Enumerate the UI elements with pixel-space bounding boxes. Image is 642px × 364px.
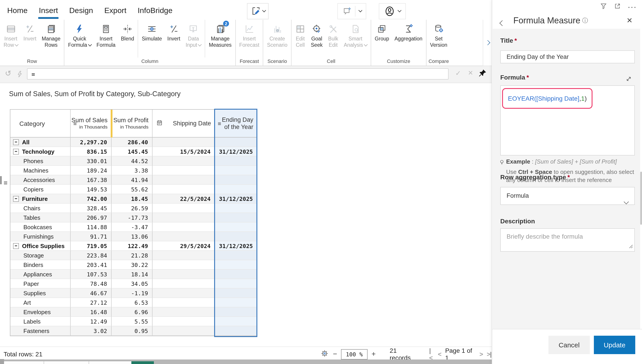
cell-ending-day[interactable]: 31/12/2025 bbox=[215, 241, 257, 251]
row-handle-icon[interactable]: ≡ bbox=[4, 179, 8, 186]
table-row-category[interactable]: Furniture bbox=[10, 194, 71, 204]
cell-profit[interactable]: 55.62 bbox=[112, 185, 152, 194]
cell-profit[interactable]: 18.45 bbox=[112, 194, 152, 204]
cell-shipping-date[interactable] bbox=[152, 260, 215, 270]
cell-shipping-date[interactable]: 15/5/2024 bbox=[152, 147, 215, 156]
table-row-category[interactable]: Supplies bbox=[10, 288, 71, 298]
cell-shipping-date[interactable] bbox=[152, 326, 215, 336]
table-row-category[interactable]: Paper bbox=[10, 279, 71, 288]
cell-profit[interactable]: 13.06 bbox=[112, 232, 152, 241]
resize-handle-icon[interactable] bbox=[628, 243, 633, 250]
description-textarea[interactable]: Briefly describe the formula bbox=[500, 228, 635, 252]
undo-icon[interactable]: ↺ bbox=[5, 69, 12, 78]
cell-shipping-date[interactable] bbox=[152, 270, 215, 279]
panel-scrollbar-thumb[interactable] bbox=[640, 172, 642, 225]
last-page-button[interactable]: >| bbox=[487, 350, 492, 358]
cell-sales[interactable]: 742.00 bbox=[71, 194, 112, 204]
cell-profit[interactable]: 41.94 bbox=[112, 175, 152, 185]
table-row-category[interactable]: Art bbox=[10, 298, 71, 308]
cell-sales[interactable]: 719.05 bbox=[71, 241, 112, 251]
cell-profit[interactable]: -1.19 bbox=[112, 288, 152, 298]
table-row-category[interactable]: Accessories bbox=[10, 175, 71, 185]
previous-page-button[interactable]: < bbox=[438, 350, 441, 358]
cell-sales[interactable]: 206.97 bbox=[71, 213, 112, 222]
table-row-category[interactable]: Technology bbox=[10, 147, 71, 156]
tab-infobridge[interactable]: InfoBridge bbox=[137, 2, 173, 18]
collapse-toggle[interactable] bbox=[13, 196, 19, 202]
cell-sales[interactable]: 107.53 bbox=[71, 270, 112, 279]
cell-sales[interactable]: 46.67 bbox=[71, 288, 112, 298]
table-row-category[interactable]: Fasteners bbox=[10, 326, 71, 336]
cell-sales[interactable]: 836.15 bbox=[71, 147, 112, 156]
cell-profit[interactable]: 145.45 bbox=[112, 147, 152, 156]
cell-shipping-date[interactable] bbox=[152, 288, 215, 298]
cell-profit[interactable]: 6.96 bbox=[112, 308, 152, 317]
cell-profit[interactable]: 26.59 bbox=[112, 204, 152, 213]
cell-sales[interactable]: 2,297.20 bbox=[71, 138, 112, 147]
ribbon-button-manage-measures[interactable]: 2ManageMeasures bbox=[206, 20, 234, 48]
cell-profit[interactable]: 3.38 bbox=[112, 166, 152, 175]
table-row-category[interactable]: Tables bbox=[10, 213, 71, 222]
ribbon-button-quick-formula[interactable]: QuickFormula bbox=[66, 20, 94, 48]
cell-ending-day[interactable] bbox=[215, 326, 257, 336]
cell-profit[interactable]: 21.28 bbox=[112, 251, 152, 260]
add-comment-button[interactable] bbox=[337, 3, 366, 19]
cell-profit[interactable]: 5.55 bbox=[112, 317, 152, 326]
column-header-sum-of-sales[interactable]: ≡ Sum of Sales in Thousands bbox=[71, 110, 112, 138]
cell-ending-day[interactable]: 31/12/2025 bbox=[215, 147, 257, 156]
cell-profit[interactable]: 6.53 bbox=[112, 298, 152, 308]
ribbon-button-manage-rows[interactable]: ManageRows bbox=[39, 20, 63, 48]
table-row-category[interactable]: Machines bbox=[10, 166, 71, 175]
cell-ending-day[interactable] bbox=[215, 175, 257, 185]
ribbon-button-group[interactable]: Group bbox=[372, 20, 392, 42]
formula-editor[interactable]: EOYEAR([Shipping Date],1) bbox=[500, 86, 635, 156]
table-row-category[interactable]: All bbox=[10, 138, 71, 147]
aggregation-select[interactable]: Formula bbox=[500, 187, 635, 205]
column-header-shipping-date[interactable]: Shipping Date bbox=[152, 110, 215, 138]
table-row-category[interactable]: Binders bbox=[10, 260, 71, 270]
cell-shipping-date[interactable] bbox=[152, 166, 215, 175]
cell-profit[interactable]: -3.47 bbox=[112, 222, 152, 232]
cell-profit[interactable]: 30.22 bbox=[112, 260, 152, 270]
collapse-toggle[interactable] bbox=[13, 243, 19, 249]
cell-profit[interactable]: 34.05 bbox=[112, 279, 152, 288]
ribbon-button-blend[interactable]: Blend bbox=[118, 20, 137, 42]
cell-ending-day[interactable] bbox=[215, 298, 257, 308]
ribbon-button-aggregation[interactable]: Aggregation bbox=[392, 20, 425, 42]
cell-shipping-date[interactable] bbox=[152, 156, 215, 166]
cell-ending-day[interactable] bbox=[215, 138, 257, 147]
zoom-out-button[interactable]: − bbox=[333, 350, 337, 358]
cell-shipping-date[interactable]: 22/5/2024 bbox=[152, 194, 215, 204]
cell-profit[interactable]: -17.73 bbox=[112, 213, 152, 222]
column-header-category[interactable]: Category bbox=[10, 110, 71, 138]
back-chevron-icon[interactable] bbox=[500, 19, 504, 27]
cell-shipping-date[interactable] bbox=[152, 213, 215, 222]
ribbon-button-invert[interactable]: Invert bbox=[165, 20, 183, 42]
column-header-sum-of-profit[interactable]: Sum of Profit in Thousands bbox=[112, 110, 152, 138]
cell-shipping-date[interactable] bbox=[152, 298, 215, 308]
cell-ending-day[interactable] bbox=[215, 204, 257, 213]
cell-sales[interactable]: 328.45 bbox=[71, 204, 112, 213]
table-row-category[interactable]: Labels bbox=[10, 317, 71, 326]
cell-ending-day[interactable] bbox=[215, 185, 257, 194]
info-icon[interactable]: ⓘ bbox=[582, 17, 588, 25]
zoom-level-input[interactable]: 100 % bbox=[341, 349, 368, 359]
cell-sales[interactable]: 27.12 bbox=[71, 298, 112, 308]
cell-sales[interactable]: 16.48 bbox=[71, 308, 112, 317]
cell-shipping-date[interactable] bbox=[152, 232, 215, 241]
zoom-in-button[interactable]: + bbox=[371, 350, 376, 358]
tab-design[interactable]: Design bbox=[69, 2, 94, 18]
ribbon-button-set-version[interactable]: SetVersion bbox=[427, 20, 450, 48]
cell-sales[interactable]: 189.24 bbox=[71, 166, 112, 175]
cell-ending-day[interactable] bbox=[215, 251, 257, 260]
table-row-category[interactable]: Office Supplies bbox=[10, 241, 71, 251]
cell-shipping-date[interactable] bbox=[152, 279, 215, 288]
cell-sales[interactable]: 78.48 bbox=[71, 279, 112, 288]
cell-sales[interactable]: 167.38 bbox=[71, 175, 112, 185]
cell-ending-day[interactable] bbox=[215, 288, 257, 298]
left-scrollbar-thumb[interactable] bbox=[0, 176, 2, 184]
cell-profit[interactable]: 0.95 bbox=[112, 326, 152, 336]
cell-shipping-date[interactable] bbox=[152, 175, 215, 185]
cell-profit[interactable]: 122.49 bbox=[112, 241, 152, 251]
cell-profit[interactable]: 286.40 bbox=[112, 138, 152, 147]
